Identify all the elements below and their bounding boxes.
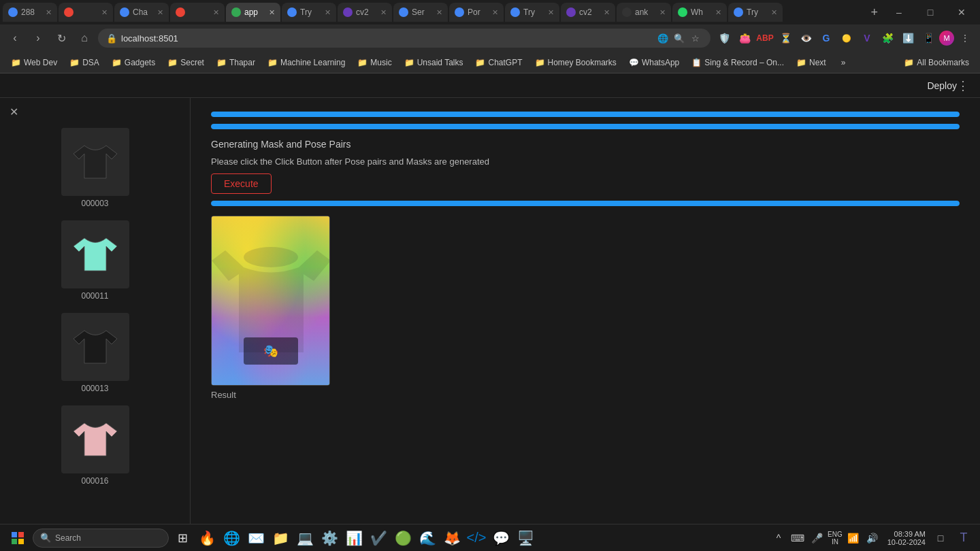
- tray-mic[interactable]: 🎤: [808, 530, 825, 546]
- garment-item-000016[interactable]: 000016: [59, 403, 132, 488]
- browser-tab-t6[interactable]: Try ✕: [282, 3, 336, 22]
- browser-tab-t9[interactable]: Por ✕: [449, 3, 504, 22]
- menu-icon[interactable]: ⋮: [956, 29, 975, 48]
- tray-chevron[interactable]: ^: [770, 530, 787, 546]
- taskbar-app-explorer[interactable]: 📁: [270, 527, 291, 549]
- taskbar-app-unknown1[interactable]: 📊: [343, 527, 365, 549]
- phone-icon[interactable]: 📱: [919, 29, 938, 48]
- taskbar-app-fire[interactable]: 🔥: [196, 527, 218, 549]
- bookmark-gadgets[interactable]: 📁 Gadgets: [106, 56, 161, 69]
- tab-close-icon[interactable]: ✕: [213, 8, 219, 17]
- bookmark-unsaid-talks[interactable]: 📁 Unsaid Talks: [399, 56, 469, 69]
- clock[interactable]: 08:39 AM 10-02-2024: [885, 530, 928, 546]
- browser-tab-t8[interactable]: Ser ✕: [393, 3, 448, 22]
- browser-tab-t3[interactable]: Cha ✕: [114, 3, 169, 22]
- reload-button[interactable]: ↻: [52, 29, 71, 48]
- bookmark-star-icon[interactable]: ☆: [689, 31, 702, 45]
- tray-volume[interactable]: 🔊: [864, 530, 881, 546]
- all-bookmarks-button[interactable]: 📁 All Bookmarks: [898, 56, 975, 69]
- taskbar-app-edge[interactable]: 🌊: [416, 527, 438, 549]
- tab-close-icon[interactable]: ✕: [436, 8, 442, 17]
- taskbar-app-firefox[interactable]: 🦊: [441, 527, 463, 549]
- browser-tab-t12[interactable]: ank ✕: [617, 3, 671, 22]
- bookmark-next[interactable]: 📁 Next: [791, 56, 832, 69]
- browser-tab-t5[interactable]: app ✕: [226, 3, 280, 22]
- tab-close-icon[interactable]: ✕: [715, 8, 721, 17]
- profile-avatar[interactable]: M: [939, 31, 954, 46]
- bookmark-music[interactable]: 📁 Music: [352, 56, 397, 69]
- bookmark-secret[interactable]: 📁 Secret: [162, 56, 210, 69]
- start-button[interactable]: [5, 527, 30, 549]
- browser-tab-t1[interactable]: 288 ✕: [3, 3, 57, 22]
- bookmark-homey-bookmarks[interactable]: 📁 Homey Bookmarks: [529, 56, 622, 69]
- timer-icon[interactable]: ⏳: [776, 29, 795, 48]
- browser-tab-t7[interactable]: cv2 ✕: [338, 3, 392, 22]
- taskbar-app-mail[interactable]: ✉️: [245, 527, 267, 549]
- forward-button[interactable]: ›: [29, 29, 48, 48]
- tab-close-icon[interactable]: ✕: [604, 8, 610, 17]
- language-indicator[interactable]: ENG IN: [828, 531, 843, 546]
- garment-item-000011[interactable]: 000011: [59, 218, 132, 303]
- tray-network[interactable]: 📶: [845, 530, 862, 546]
- taskbar-app-vscode[interactable]: </>: [466, 527, 487, 549]
- taskbar-teams-icon[interactable]: T: [953, 527, 975, 549]
- deploy-button[interactable]: Deploy: [927, 80, 957, 91]
- taskbar-app-browser[interactable]: 🌐: [220, 527, 242, 549]
- bookmark-web-dev[interactable]: 📁 Web Dev: [5, 56, 63, 69]
- tab-close-icon[interactable]: ✕: [492, 8, 498, 17]
- bookmark-[interactable]: »: [833, 56, 851, 69]
- browser-tab-t10[interactable]: Try ✕: [505, 3, 559, 22]
- adblock-icon[interactable]: ABP: [755, 29, 774, 48]
- tab-close-icon[interactable]: ✕: [380, 8, 387, 17]
- taskbar-app-settings[interactable]: ⚙️: [318, 527, 340, 549]
- execute-button[interactable]: Execute: [211, 173, 272, 194]
- notification-icon[interactable]: □: [932, 530, 949, 546]
- tab-close-icon[interactable]: ✕: [46, 8, 52, 17]
- taskbar-app-terminal[interactable]: 💻: [294, 527, 316, 549]
- shield-icon[interactable]: 🛡️: [715, 29, 734, 48]
- maximize-button[interactable]: □: [915, 0, 946, 24]
- taskbar-app-whatsapp[interactable]: 💬: [490, 527, 512, 549]
- tab-close-icon[interactable]: ✕: [269, 8, 275, 17]
- browser-tab-t2[interactable]: ✕: [59, 3, 113, 22]
- browser-tab-t13[interactable]: Wh ✕: [672, 3, 727, 22]
- back-button[interactable]: ‹: [5, 29, 24, 48]
- garment-item-000003[interactable]: 000003: [59, 125, 132, 211]
- tab-close-icon[interactable]: ✕: [101, 8, 108, 17]
- browser-tab-t11[interactable]: cv2 ✕: [561, 3, 615, 22]
- taskbar-task-view[interactable]: ⊞: [172, 527, 193, 549]
- close-button[interactable]: ✕: [946, 0, 977, 24]
- extensions-icon[interactable]: 🧩: [878, 29, 897, 48]
- browser-tab-t4[interactable]: ✕: [170, 3, 225, 22]
- tab-close-icon[interactable]: ✕: [771, 8, 777, 17]
- download-icon[interactable]: ⬇️: [898, 29, 917, 48]
- bookmark-machine-learning[interactable]: 📁 Machine Learning: [262, 56, 350, 69]
- browser-tab-t14[interactable]: Try ✕: [728, 3, 783, 22]
- bookmark-sing--record--on[interactable]: 📋 Sing & Record – On...: [686, 56, 789, 69]
- bookmark-whatsapp[interactable]: 💬 WhatsApp: [623, 56, 685, 69]
- taskbar-app-cmd[interactable]: 🖥️: [514, 527, 536, 549]
- tray-keyboard[interactable]: ⌨: [789, 530, 806, 546]
- eye-icon[interactable]: 👁️: [796, 29, 815, 48]
- taskbar-app-check[interactable]: ✔️: [368, 527, 389, 549]
- taskbar-search-box[interactable]: 🔍 Search: [33, 529, 169, 548]
- translate-icon[interactable]: 🌐: [656, 31, 670, 45]
- taskbar-app-spotify[interactable]: 🟢: [392, 527, 414, 549]
- search-icon[interactable]: 🔍: [672, 31, 686, 45]
- url-bar[interactable]: 🔒 localhost:8501 🌐 🔍 ☆: [98, 29, 710, 48]
- new-tab-button[interactable]: +: [866, 5, 882, 20]
- tab-close-icon[interactable]: ✕: [325, 8, 331, 17]
- g-icon[interactable]: G: [817, 29, 836, 48]
- tab-close-icon[interactable]: ✕: [659, 8, 666, 17]
- sidebar-close-button[interactable]: ✕: [5, 103, 22, 120]
- v-icon[interactable]: V: [858, 29, 877, 48]
- wallet-icon[interactable]: 👛: [735, 29, 754, 48]
- deploy-menu-button[interactable]: ⋮: [957, 78, 969, 93]
- bookmark-thapar[interactable]: 📁 Thapar: [211, 56, 261, 69]
- minimize-button[interactable]: –: [883, 0, 915, 24]
- garment-item-000013[interactable]: 000013: [59, 310, 132, 396]
- bookmark-chatgpt[interactable]: 📁 ChatGPT: [470, 56, 527, 69]
- tab-close-icon[interactable]: ✕: [548, 8, 554, 17]
- home-button[interactable]: ⌂: [75, 29, 94, 48]
- yellow-icon[interactable]: 🟡: [837, 29, 856, 48]
